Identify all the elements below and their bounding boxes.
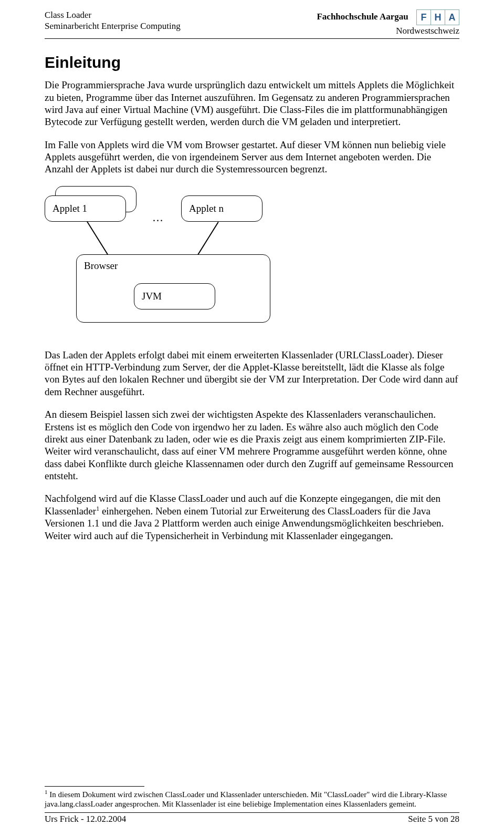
footer-right: Seite 5 von 28 — [408, 814, 459, 824]
header-left-line2: Seminarbericht Enterprise Computing — [45, 20, 181, 32]
page-footer: Urs Frick - 12.02.2004 Seite 5 von 28 — [45, 812, 459, 824]
applet-diagram: Applet 1 … Applet n Browser JVM — [45, 186, 360, 333]
footnote-1-text: In diesem Dokument wird zwischen ClassLo… — [45, 790, 447, 809]
footnote-separator — [45, 786, 144, 787]
logo-letter-a: A — [445, 9, 459, 25]
footer-area: 1 In diesem Dokument wird zwischen Class… — [45, 786, 459, 825]
header-left: Class Loader Seminarbericht Enterprise C… — [45, 9, 181, 32]
header-right-line2: Nordwestschweiz — [317, 25, 459, 36]
diagram-applet1-label: Applet 1 — [52, 203, 87, 214]
diagram-browser-label: Browser — [84, 260, 118, 272]
paragraph-4: An diesem Beispiel lassen sich zwei der … — [45, 408, 459, 482]
logo-letter-h: H — [430, 9, 445, 25]
logo-letter-f: F — [416, 9, 431, 25]
paragraph-5: Nachfolgend wird auf die Klasse ClassLoa… — [45, 492, 459, 542]
diagram-applet1: Applet 1 — [45, 195, 126, 222]
page-title: Einleitung — [45, 54, 459, 71]
paragraph-5b: einhergehen. Neben einem Tutorial zur Er… — [45, 505, 444, 541]
paragraph-1: Die Programmiersprache Java wurde ursprü… — [45, 79, 459, 128]
page: Class Loader Seminarbericht Enterprise C… — [0, 0, 504, 836]
header-right: Fachhochschule Aargau FHA Nordwestschwei… — [317, 9, 459, 36]
footnote-1: 1 In diesem Dokument wird zwischen Class… — [45, 789, 459, 810]
diagram-jvm: JVM — [134, 283, 215, 309]
diagram-ellipsis: … — [152, 211, 163, 224]
header-right-line1: Fachhochschule Aargau — [317, 12, 408, 22]
diagram-appletn-label: Applet n — [189, 203, 224, 214]
fha-logo: FHA — [417, 9, 459, 25]
header-left-line1: Class Loader — [45, 9, 181, 20]
footer-left: Urs Frick - 12.02.2004 — [45, 814, 126, 824]
paragraph-2: Im Falle von Applets wird die VM vom Bro… — [45, 139, 459, 176]
diagram-appletn: Applet n — [181, 195, 262, 222]
paragraph-3: Das Laden der Applets erfolgt dabei mit … — [45, 349, 459, 398]
diagram-jvm-label: JVM — [142, 291, 162, 302]
page-header: Class Loader Seminarbericht Enterprise C… — [45, 0, 459, 39]
